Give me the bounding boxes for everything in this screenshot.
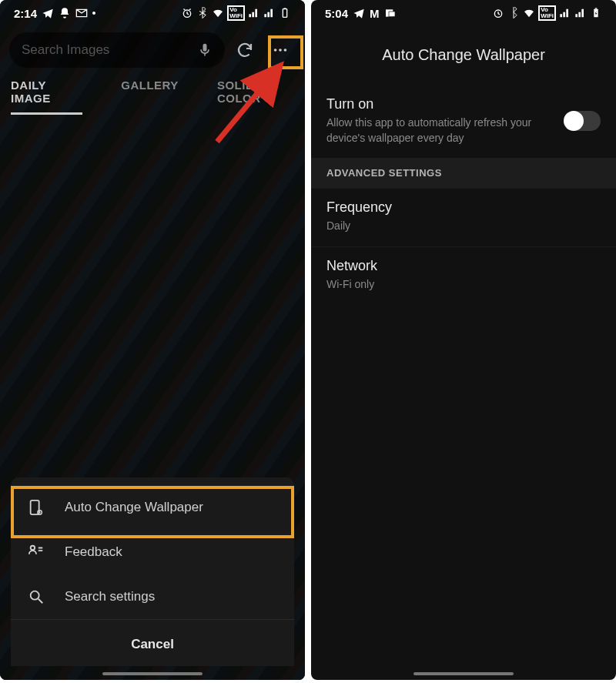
mic-icon[interactable]: [197, 42, 213, 58]
gesture-bar: [102, 672, 203, 675]
search-row: Search Images: [0, 26, 305, 74]
svg-point-3: [274, 49, 277, 52]
svg-point-4: [279, 49, 282, 52]
status-time: 5:04: [325, 7, 348, 20]
svg-point-9: [31, 546, 35, 551]
svg-point-10: [31, 591, 39, 600]
tab-daily-image[interactable]: DAILY IMAGE: [11, 79, 82, 115]
battery-icon: [279, 7, 291, 19]
bluetooth-icon: [196, 7, 209, 19]
status-bar: 2:14 VoWiFi: [0, 0, 305, 26]
signal-icon-2: [263, 7, 276, 19]
signal-icon: [559, 7, 571, 19]
menu-item-feedback[interactable]: Feedback: [11, 530, 294, 574]
telegram-icon: [42, 7, 54, 19]
menu-item-label: Feedback: [65, 544, 122, 560]
svg-rect-1: [283, 9, 286, 18]
bell-icon: [59, 7, 71, 19]
setting-title: Network: [326, 258, 601, 274]
more-horizontal-icon: [272, 42, 289, 59]
search-placeholder: Search Images: [22, 42, 197, 58]
svg-rect-13: [389, 12, 395, 17]
menu-cancel-button[interactable]: Cancel: [11, 619, 294, 666]
tab-gallery[interactable]: GALLERY: [121, 79, 179, 115]
section-header-advanced: ADVANCED SETTINGS: [311, 158, 616, 188]
telegram-icon: [353, 7, 365, 19]
refresh-icon: [236, 41, 254, 59]
search-icon: [28, 588, 45, 605]
bluetooth-icon: [507, 7, 520, 19]
setting-frequency[interactable]: Frequency Daily: [311, 188, 616, 246]
menu-item-search-settings[interactable]: Search settings: [11, 574, 294, 619]
setting-title: Frequency: [326, 199, 601, 216]
toggle-knob: [564, 111, 584, 131]
status-time: 2:14: [14, 7, 37, 20]
setting-title: Turn on: [326, 96, 565, 112]
wallpaper-icon: [28, 499, 45, 516]
svg-rect-16: [595, 8, 598, 8]
alarm-icon: [492, 7, 504, 19]
network-badge-icon: VoWiFi: [227, 5, 245, 21]
menu-item-auto-change-wallpaper[interactable]: Auto Change Wallpaper: [11, 485, 294, 530]
tab-solid-color[interactable]: SOLID COLOR: [217, 79, 294, 115]
page-title: Auto Change Wallpaper: [311, 26, 616, 85]
signal-icon-2: [574, 7, 587, 19]
setting-subtitle: Allow this app to automatically refresh …: [326, 116, 565, 146]
left-screenshot: 2:14 VoWiFi Search Images: [0, 0, 305, 680]
menu-item-label: Auto Change Wallpaper: [65, 500, 203, 515]
setting-value: Daily: [326, 219, 601, 234]
mail-icon: [75, 7, 88, 19]
card-icon: [384, 7, 397, 19]
network-badge-icon: VoWiFi: [538, 5, 556, 21]
battery-charging-icon: [590, 7, 602, 19]
status-bar: 5:04 M VoWiFi: [311, 0, 616, 26]
more-button[interactable]: [265, 35, 296, 65]
refresh-button[interactable]: [233, 38, 257, 62]
status-dot: [92, 12, 95, 15]
overflow-menu-sheet: Auto Change Wallpaper Feedback Search se…: [11, 477, 294, 666]
setting-value: Wi-Fi only: [326, 277, 601, 293]
wifi-icon: [523, 7, 535, 19]
gesture-bar: [413, 672, 514, 675]
setting-network[interactable]: Network Wi-Fi only: [311, 246, 616, 305]
menu-item-label: Search settings: [65, 589, 155, 604]
search-input[interactable]: Search Images: [9, 32, 225, 68]
svg-point-5: [284, 49, 287, 52]
setting-turn-on[interactable]: Turn on Allow this app to automatically …: [311, 85, 616, 158]
svg-rect-2: [284, 8, 286, 8]
m-icon: M: [370, 7, 380, 20]
svg-line-11: [38, 599, 43, 604]
right-screenshot: 5:04 M VoWiFi Auto Change Wallpaper Turn…: [311, 0, 616, 680]
alarm-icon: [181, 7, 193, 19]
turn-on-toggle[interactable]: [565, 111, 601, 131]
tabs-row: DAILY IMAGE GALLERY SOLID COLOR: [0, 74, 305, 115]
wifi-icon: [212, 7, 224, 19]
signal-icon: [248, 7, 260, 19]
feedback-icon: [28, 544, 45, 561]
